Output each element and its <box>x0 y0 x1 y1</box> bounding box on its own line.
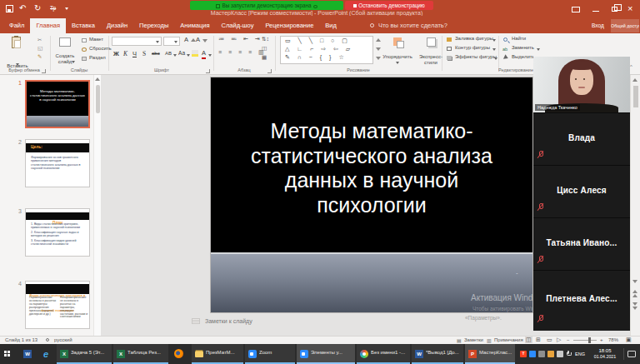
change-case-button[interactable]: Аа <box>178 50 185 56</box>
zoom-percentage[interactable]: 78% <box>608 337 618 342</box>
taskbar-excel-1[interactable]: X Задача 5 (Эт... <box>57 344 112 364</box>
shrink-font-button[interactable]: А <box>196 35 200 45</box>
shapes-scroll-down-icon[interactable] <box>376 47 381 51</box>
shape-effects-button[interactable]: Эффекты фигуры <box>455 54 497 59</box>
new-slide-icon[interactable] <box>59 37 71 47</box>
shapes-row3-icons[interactable]: ✎ ∩ ~ { } ☆ <box>285 54 347 61</box>
shadow-button[interactable]: S <box>142 49 146 59</box>
notification-center-icon[interactable] <box>628 351 636 357</box>
scroll-up-icon[interactable] <box>95 77 100 81</box>
participant-tile[interactable]: Влада <box>533 113 630 165</box>
notes-splitter-handle[interactable] <box>192 318 200 324</box>
tab-home[interactable]: Главная <box>30 18 66 33</box>
minimize-button[interactable] <box>592 11 599 12</box>
slide-canvas[interactable]: Методы математико- статистического анали… <box>210 77 533 313</box>
qat-customize-icon[interactable] <box>65 7 68 10</box>
comments-toggle[interactable]: Примечания <box>494 337 523 342</box>
ribbon-display-options-icon[interactable] <box>572 7 580 12</box>
tab-review[interactable]: Рецензирование <box>259 18 319 33</box>
shape-outline-button[interactable]: Контур фигуры <box>455 45 490 50</box>
previous-slide-icon[interactable] <box>632 290 638 293</box>
text-direction-button[interactable]: ⇅ <box>262 36 266 42</box>
view-normal-button[interactable]: ◫ <box>525 337 532 343</box>
tab-design[interactable]: Дизайн <box>101 18 133 33</box>
grow-font-button[interactable]: А <box>184 35 188 45</box>
shapes-row2-icons[interactable]: △ ∟ ⌐ ⇨ ⇦ ▱ <box>285 46 353 52</box>
layout-button[interactable]: Макет <box>89 37 103 42</box>
bold-button[interactable]: Ж <box>113 49 119 59</box>
tray-network-icon[interactable] <box>557 351 563 357</box>
slide-title[interactable]: Методы математико- статистического анали… <box>211 119 532 217</box>
undo-icon[interactable]: ↶ <box>19 3 26 12</box>
select-button[interactable]: Выделить <box>512 54 535 59</box>
italic-button[interactable]: К <box>123 49 128 59</box>
stop-share-button[interactable]: Остановить демонстрацию <box>345 1 433 10</box>
scrollbar-thumb[interactable] <box>96 85 100 113</box>
paste-icon[interactable] <box>12 37 21 48</box>
smartart-button[interactable]: ▦ <box>262 54 267 61</box>
tell-me-box[interactable]: Что вы хотите сделать? <box>378 18 448 33</box>
copy-icon[interactable]: ◱ <box>38 45 42 52</box>
underline-button[interactable]: Ч <box>132 49 137 59</box>
clock[interactable]: 18:05 01.04.2021 <box>588 348 622 359</box>
taskbar-folder[interactable]: ПрезМатМ... <box>192 344 243 364</box>
quick-styles-button[interactable]: Экспресс- стили <box>417 54 445 65</box>
arrange-button[interactable]: Упорядочить <box>380 54 415 59</box>
scroll-up-icon[interactable] <box>632 78 638 82</box>
tray-speaker-icon[interactable] <box>538 351 545 357</box>
tray-microphone-icon[interactable] <box>567 351 570 357</box>
scroll-down-icon[interactable] <box>632 280 638 283</box>
zoom-in-button[interactable]: + <box>600 337 603 342</box>
section-button[interactable]: Раздел <box>89 55 106 60</box>
tab-transitions[interactable]: Переходы <box>133 18 174 33</box>
save-icon[interactable] <box>6 5 13 12</box>
tray-yandex-icon[interactable]: Y <box>520 351 527 357</box>
share-button[interactable]: Общий доступ <box>611 19 639 32</box>
shapes-scroll-up-icon[interactable] <box>376 38 381 42</box>
notes-toggle[interactable]: Заметки <box>464 337 483 342</box>
replace-button[interactable]: Заменить <box>512 45 534 50</box>
slide-thumbnail-4[interactable]: Виды статистических критериев в научной … <box>25 281 90 329</box>
tab-slideshow[interactable]: Слайд-шоу <box>216 18 260 33</box>
taskbar-firefox[interactable] <box>170 344 188 364</box>
highlight-color-button[interactable] <box>192 50 198 57</box>
character-spacing-button[interactable]: АВ <box>165 51 172 56</box>
shapes-gallery[interactable]: ▭ ╲ ╲ □ ○ ▢ △ ∟ ⌐ ⇨ ⇦ ▱ ✎ ∩ ~ { } ☆ <box>280 36 373 64</box>
taskbar-excel-2[interactable]: X Таблица Рез... <box>113 344 168 364</box>
tab-insert[interactable]: Вставка <box>66 18 101 33</box>
previous-slide-icon2[interactable] <box>632 294 638 297</box>
collapse-ribbon-icon[interactable]: ^ <box>630 64 632 69</box>
slide-indicator[interactable]: Слайд 1 из 13 <box>5 337 38 342</box>
tab-view[interactable]: Вид <box>319 18 342 33</box>
strikethrough-button[interactable]: abc <box>152 51 160 56</box>
font-size-combobox[interactable] <box>163 37 180 46</box>
tray-app-icon[interactable] <box>548 351 554 357</box>
view-sorter-button[interactable]: ⊞ <box>536 337 541 343</box>
eye-icon[interactable] <box>313 5 318 8</box>
next-slide-icon[interactable] <box>632 302 638 306</box>
reset-button[interactable]: Сбросить <box>89 46 112 51</box>
cut-icon[interactable]: ✂ <box>38 37 42 43</box>
taskbar-edge-pinned[interactable]: e <box>38 344 53 364</box>
taskbar-word-pinned[interactable]: W <box>20 344 35 364</box>
zoom-slider-thumb[interactable] <box>588 337 591 343</box>
find-button[interactable]: Найти <box>512 36 526 41</box>
font-name-combobox[interactable] <box>112 37 162 46</box>
tray-zoom-icon[interactable] <box>529 351 536 357</box>
scrollbar-thumb[interactable] <box>633 86 638 107</box>
thumbnail-scrollbar[interactable] <box>93 75 101 336</box>
format-painter-icon[interactable]: ✎ <box>38 53 42 60</box>
fit-slide-button[interactable]: ▣ <box>626 337 632 343</box>
view-reading-button[interactable]: ▭ <box>547 337 552 343</box>
language-switcher[interactable]: ENG <box>575 352 585 357</box>
taskbar-zoom-meeting[interactable]: Элементы у... <box>297 344 355 364</box>
zoom-slider-track[interactable] <box>573 340 597 341</box>
zoom-out-button[interactable]: − <box>567 337 570 342</box>
notes-pane[interactable]: Заметки к слайду <box>205 318 252 324</box>
tab-animations[interactable]: Анимация <box>174 18 215 33</box>
slide-thumbnail-3[interactable]: План 1. Виды статистических критериев, п… <box>25 208 90 257</box>
tab-file[interactable]: Файл <box>3 18 30 33</box>
slide-thumbnail-2[interactable]: Цель: Формирование основ грамотного прим… <box>25 139 90 187</box>
taskbar-zoom[interactable]: Zoom <box>245 344 295 364</box>
next-slide-icon2[interactable] <box>632 307 638 310</box>
